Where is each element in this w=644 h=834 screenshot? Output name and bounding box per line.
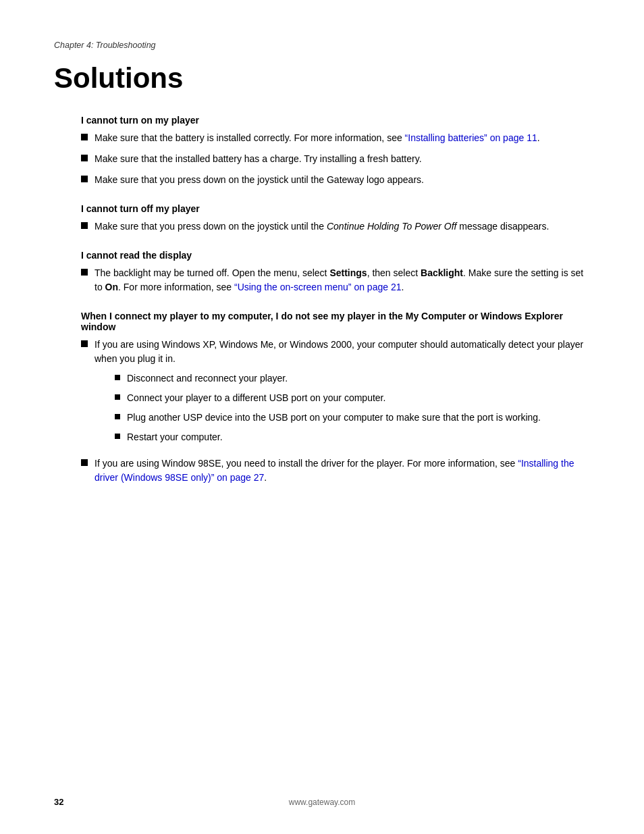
sub-bullet-icon [115,394,120,400]
italic-text: Continue Holding To Power Off [327,221,456,232]
bullet-text-wrapper: Make sure that you press down on the joy… [95,173,590,187]
sub-bullet-icon [115,434,120,439]
bullet-icon [81,340,88,347]
section-section-cannot-read-display: I cannot read the displayThe backlight m… [81,250,590,294]
list-item: Make sure that the installed battery has… [81,152,590,166]
inline-link[interactable]: “Installing batteries” on page 11 [405,132,537,143]
bullet-text: Make sure that you press down on the joy… [95,221,549,232]
sub-bullet-text: Restart your computer. [127,430,590,444]
list-item: Plug another USP device into the USB por… [115,411,590,425]
bullet-text-wrapper: If you are using Window 98SE, you need t… [95,457,590,485]
content-area: I cannot turn on my playerMake sure that… [54,115,590,485]
bullet-text: Make sure that the installed battery has… [95,153,422,164]
bullet-text-wrapper: Make sure that you press down on the joy… [95,219,590,234]
bullet-text: If you are using Window 98SE, you need t… [95,458,574,483]
list-item: Make sure that you press down on the joy… [81,173,590,187]
section-section-cannot-turn-off: I cannot turn off my playerMake sure tha… [81,203,590,234]
section-heading: When I connect my player to my computer,… [81,311,590,332]
list-item: If you are using Windows XP, Windows Me,… [81,338,590,450]
sub-bullet-text: Disconnect and reconnect your player. [127,371,590,386]
bullet-icon [81,176,88,182]
section-section-cannot-turn-on: I cannot turn on my playerMake sure that… [81,115,590,187]
bullet-text-wrapper: The backlight may be turned off. Open th… [95,266,590,294]
bullet-text: If you are using Windows XP, Windows Me,… [95,339,583,364]
bullet-text-wrapper: Make sure that the battery is installed … [95,131,590,145]
bullet-text-wrapper: Make sure that the installed battery has… [95,152,590,166]
section-heading: I cannot read the display [81,250,590,261]
sub-bullet-icon [115,414,120,419]
bold-text: Settings [329,267,367,278]
sub-bullet-icon [115,375,120,380]
bullet-text: The backlight may be turned off. Open th… [95,267,583,292]
bullet-text: Make sure that the battery is installed … [95,132,540,143]
sub-bullet-text: Connect your player to a different USB p… [127,391,590,405]
footer-url: www.gateway.com [289,798,355,807]
list-item: Connect your player to a different USB p… [115,391,590,405]
inline-link[interactable]: “Installing the driver (Windows 98SE onl… [95,458,574,483]
bold-text: Backlight [421,267,463,278]
bold-text: On [105,282,118,292]
section-section-computer-connection: When I connect my player to my computer,… [81,311,590,485]
list-item: Disconnect and reconnect your player. [115,371,590,386]
bullet-icon [81,155,88,161]
chapter-label: Chapter 4: Troubleshooting [54,41,590,50]
page-number: 32 [54,797,63,807]
inline-link[interactable]: “Using the on-screen menu” on page 21 [234,282,401,292]
bullet-icon [81,222,88,229]
page-container: Chapter 4: Troubleshooting Solutions I c… [0,0,644,834]
section-heading: I cannot turn on my player [81,115,590,126]
bullet-icon [81,269,88,276]
bullet-list: The backlight may be turned off. Open th… [81,266,590,294]
list-item: Make sure that the battery is installed … [81,131,590,145]
list-item: Restart your computer. [115,430,590,444]
list-item: The backlight may be turned off. Open th… [81,266,590,294]
page-title: Solutions [54,62,590,95]
list-item: Make sure that you press down on the joy… [81,219,590,234]
sub-bullet-list: Disconnect and reconnect your player.Con… [95,371,590,444]
bullet-icon [81,459,88,466]
bullet-text: Make sure that you press down on the joy… [95,174,424,185]
bullet-text-wrapper: If you are using Windows XP, Windows Me,… [95,338,590,450]
bullet-list: If you are using Windows XP, Windows Me,… [81,338,590,485]
sub-bullet-text: Plug another USP device into the USB por… [127,411,590,425]
bullet-list: Make sure that the battery is installed … [81,131,590,187]
bullet-list: Make sure that you press down on the joy… [81,219,590,234]
list-item: If you are using Window 98SE, you need t… [81,457,590,485]
section-heading: I cannot turn off my player [81,203,590,214]
page-footer: 32 www.gateway.com [0,797,644,807]
bullet-icon [81,134,88,140]
